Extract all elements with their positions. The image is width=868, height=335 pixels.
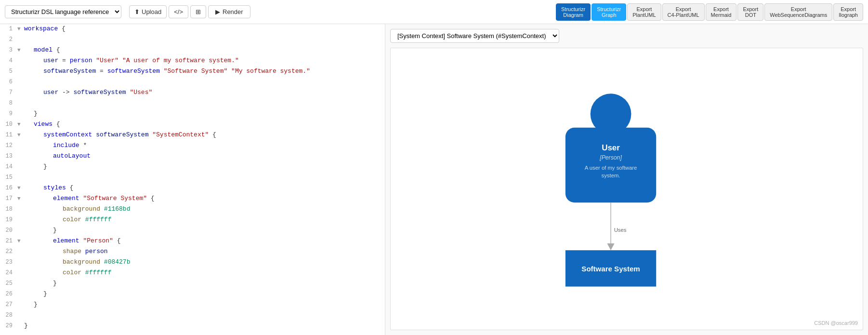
code-line: 13 autoLayout bbox=[0, 151, 385, 162]
line-fold-toggle[interactable]: ▼ bbox=[17, 45, 24, 55]
code-token-val: user bbox=[43, 57, 58, 64]
code-token-prop: background bbox=[63, 205, 100, 213]
code-line: 12 include * bbox=[0, 141, 385, 151]
diagram-canvas: User [Person] A user of my software syst… bbox=[390, 48, 863, 330]
line-number: 16 bbox=[0, 183, 17, 193]
code-token-plain bbox=[81, 248, 85, 255]
line-number: 26 bbox=[0, 289, 17, 299]
line-number: 4 bbox=[0, 56, 17, 66]
tab-structurizr-graph[interactable]: StructurizrGraph bbox=[592, 3, 626, 21]
code-line: 22 shape person bbox=[0, 247, 385, 257]
code-token-val: person bbox=[85, 248, 108, 255]
tab-export-c4plantuml[interactable]: ExportC4-PlantUML bbox=[662, 3, 705, 21]
line-code: systemContext softwareSystem "SystemCont… bbox=[24, 130, 385, 140]
line-fold-toggle bbox=[17, 215, 24, 216]
tab-export-mermaid[interactable]: ExportMermaid bbox=[706, 3, 737, 21]
code-token-kw: include bbox=[53, 142, 79, 149]
line-number: 28 bbox=[0, 310, 17, 320]
code-line: 4 user = person "User" "A user of my sof… bbox=[0, 56, 385, 67]
code-token-hex: #ffffff bbox=[85, 216, 112, 223]
line-code: } bbox=[24, 300, 385, 310]
code-token-plain bbox=[227, 67, 231, 75]
user-type-label: [Person] bbox=[599, 154, 622, 161]
code-token-plain bbox=[81, 269, 85, 276]
line-fold-toggle bbox=[17, 289, 24, 290]
line-fold-toggle[interactable]: ▼ bbox=[17, 194, 24, 203]
code-token-plain: -> bbox=[58, 89, 73, 96]
line-code: } bbox=[24, 289, 385, 299]
tab-export-plantuml[interactable]: ExportPlantUML bbox=[627, 3, 661, 21]
upload-label: Upload bbox=[142, 8, 161, 15]
editor-panel[interactable]: 1▼workspace {2 3▼model {4 user = person … bbox=[0, 24, 385, 335]
line-number: 13 bbox=[0, 151, 17, 161]
line-fold-toggle bbox=[17, 173, 24, 174]
code-token-plain: = bbox=[96, 67, 107, 75]
line-fold-toggle[interactable]: ▼ bbox=[17, 24, 24, 34]
software-system-name: Software System bbox=[581, 265, 640, 273]
line-fold-toggle[interactable]: ▼ bbox=[17, 120, 24, 129]
line-number: 21 bbox=[0, 236, 17, 246]
line-fold-toggle bbox=[17, 151, 24, 152]
tab-export-dot[interactable]: ExportDOT bbox=[737, 3, 763, 21]
line-fold-toggle bbox=[17, 310, 24, 311]
tab-export-websequence[interactable]: ExportWebSequenceDiagrams bbox=[764, 3, 832, 21]
play-icon: ▶ bbox=[215, 8, 220, 15]
line-number: 22 bbox=[0, 247, 17, 256]
diagram-icon: ⊞ bbox=[196, 8, 201, 15]
line-fold-toggle[interactable]: ▼ bbox=[17, 130, 24, 140]
tab-export-ilograph[interactable]: ExportIlograph bbox=[833, 3, 863, 21]
line-number: 3 bbox=[0, 45, 17, 55]
line-fold-toggle[interactable]: ▼ bbox=[17, 236, 24, 246]
line-fold-toggle bbox=[17, 226, 24, 227]
line-fold-toggle bbox=[17, 247, 24, 248]
code-token-str: "SystemContext" bbox=[152, 131, 209, 138]
line-number: 18 bbox=[0, 204, 17, 214]
upload-button[interactable]: ⬆ Upload bbox=[129, 5, 167, 18]
line-fold-toggle bbox=[17, 77, 24, 78]
code-line: 10▼views { bbox=[0, 120, 385, 130]
diagram-edit-button[interactable]: ⊞ bbox=[190, 5, 206, 18]
code-token-plain bbox=[81, 216, 85, 223]
code-token-plain: { bbox=[147, 195, 155, 202]
code-line: 26 } bbox=[0, 289, 385, 300]
code-token-kw: views bbox=[34, 121, 53, 128]
line-number: 12 bbox=[0, 141, 17, 150]
line-fold-toggle bbox=[17, 204, 24, 205]
code-line: 5 softwareSystem = softwareSystem "Softw… bbox=[0, 67, 385, 77]
line-code: softwareSystem = softwareSystem "Softwar… bbox=[24, 67, 385, 77]
code-button[interactable]: </> bbox=[169, 5, 188, 18]
code-line: 24 color #ffffff bbox=[0, 268, 385, 279]
code-token-plain: } bbox=[24, 322, 28, 329]
line-number: 24 bbox=[0, 268, 17, 278]
line-fold-toggle bbox=[17, 56, 24, 57]
line-number: 23 bbox=[0, 257, 17, 267]
diagram-view-dropdown[interactable]: [System Context] Software System (#Syste… bbox=[390, 29, 559, 43]
code-line: 7 user -> softwareSystem "Uses" bbox=[0, 88, 385, 98]
code-token-kw: systemContext bbox=[43, 131, 92, 138]
code-line: 1▼workspace { bbox=[0, 24, 385, 35]
code-token-plain bbox=[118, 57, 122, 64]
code-token-str: "Uses" bbox=[130, 89, 152, 96]
code-token-hex: #08427b bbox=[104, 258, 131, 266]
line-number: 2 bbox=[0, 35, 17, 44]
tab-structurizr-diagram[interactable]: StructurizrDiagram bbox=[556, 3, 591, 21]
line-code: element "Software System" { bbox=[24, 194, 385, 204]
arrow-head bbox=[607, 243, 614, 250]
line-number: 27 bbox=[0, 300, 17, 309]
render-button[interactable]: ▶ Render bbox=[208, 5, 250, 18]
toolbar-left: Structurizr DSL language reference bbox=[5, 5, 121, 18]
code-token-plain: { bbox=[53, 46, 60, 54]
code-line: 20 } bbox=[0, 226, 385, 236]
code-token-prop: shape bbox=[63, 248, 81, 255]
render-label: Render bbox=[223, 8, 243, 15]
code-token-plain: { bbox=[113, 237, 121, 244]
diagram-dropdown-row: [System Context] Software System (#Syste… bbox=[390, 29, 863, 43]
line-code: include * bbox=[24, 141, 385, 151]
code-line: 19 color #ffffff bbox=[0, 215, 385, 226]
code-token-plain bbox=[160, 67, 164, 75]
line-code: shape person bbox=[24, 247, 385, 257]
code-token-str: "Software System" bbox=[83, 195, 147, 202]
user-desc-line1: A user of my software bbox=[585, 165, 637, 171]
line-fold-toggle[interactable]: ▼ bbox=[17, 183, 24, 193]
language-reference-dropdown[interactable]: Structurizr DSL language reference bbox=[5, 5, 121, 18]
